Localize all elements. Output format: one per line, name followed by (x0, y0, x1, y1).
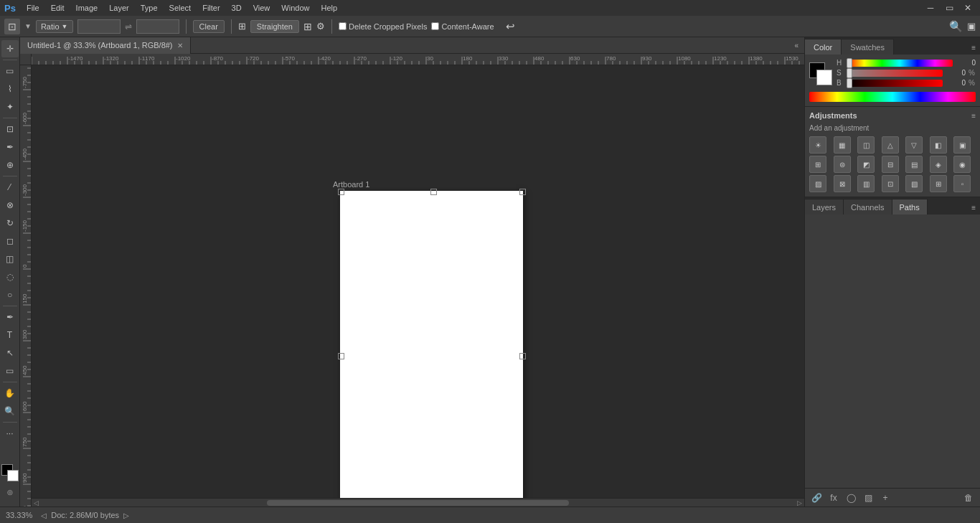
scroll-right-arrow[interactable]: ▷ (795, 499, 804, 506)
menu-view[interactable]: View (248, 2, 275, 14)
brightness-value[interactable]: 0 (946, 79, 966, 87)
straighten-button[interactable]: Straighten (250, 20, 299, 33)
add-mask-btn[interactable]: ◯ (844, 491, 858, 505)
adj-5[interactable]: ▧ (905, 175, 923, 192)
zoom-tool[interactable]: 🔍 (1, 402, 19, 420)
adj-selective[interactable]: ⊠ (834, 175, 851, 192)
hue-value[interactable]: 0 (956, 59, 976, 67)
new-layer-btn[interactable]: + (878, 491, 892, 505)
dodge-tool[interactable]: ○ (1, 286, 19, 303)
settings-icon[interactable]: ⚙ (316, 21, 325, 32)
menu-type[interactable]: Type (136, 2, 163, 14)
tab-swatches[interactable]: Swatches (842, 39, 894, 55)
adj-levels[interactable]: ▦ (834, 136, 851, 154)
more-tools[interactable]: ··· (1, 425, 19, 442)
hue-thumb[interactable] (847, 58, 852, 68)
options-arrow[interactable]: ▼ (24, 22, 32, 30)
document-tab[interactable]: Untitled-1 @ 33.3% (Artboard 1, RGB/8#) … (20, 37, 191, 54)
magic-wand-tool[interactable]: ✦ (1, 98, 19, 116)
color-panel-menu[interactable]: ≡ (967, 41, 980, 55)
width-input[interactable] (77, 19, 121, 34)
brightness-track[interactable] (847, 80, 943, 87)
delete-layer-btn[interactable]: 🗑 (961, 491, 976, 505)
tab-color[interactable]: Color (805, 39, 842, 55)
adj-curves[interactable]: ◫ (857, 136, 875, 154)
adj-posterize[interactable]: ◈ (930, 156, 947, 173)
menu-select[interactable]: Select (164, 2, 197, 14)
move-tool[interactable]: ✛ (1, 40, 19, 57)
status-next[interactable]: ▷ (123, 512, 129, 519)
adj-invert[interactable]: ▤ (905, 156, 923, 173)
minimize-button[interactable]: ─ (923, 0, 938, 16)
menu-window[interactable]: Window (276, 2, 314, 14)
adj-exposure[interactable]: △ (882, 136, 899, 154)
close-button[interactable]: ✕ (960, 0, 976, 16)
ratio-dropdown[interactable]: Ratio ▼ (36, 20, 73, 33)
hscrollbar[interactable]: ◁ ▷ (32, 498, 804, 506)
quick-mask-tool[interactable]: ◎ (1, 484, 19, 501)
panels-collapse[interactable]: « (788, 42, 804, 50)
brightness-thumb[interactable] (847, 78, 852, 88)
layers-panel-menu[interactable]: ≡ (967, 201, 980, 215)
status-prev[interactable]: ◁ (41, 512, 47, 519)
menu-edit[interactable]: Edit (46, 2, 70, 14)
foreground-background-swatches[interactable] (1, 464, 19, 481)
adjustments-menu[interactable]: ≡ (971, 112, 976, 120)
scroll-left-arrow[interactable]: ◁ (32, 499, 41, 506)
eyedropper-tool[interactable]: ✒ (1, 138, 19, 156)
adj-bw[interactable]: ⊞ (809, 156, 826, 173)
tab-paths[interactable]: Paths (892, 199, 928, 215)
menu-image[interactable]: Image (71, 2, 103, 14)
new-group-btn[interactable]: ▨ (861, 491, 875, 505)
adj-7[interactable]: ▫ (953, 175, 971, 192)
selection-tool[interactable]: ▭ (1, 62, 19, 80)
handle-tr[interactable] (519, 189, 526, 195)
link-layers-btn[interactable]: 🔗 (809, 491, 824, 505)
handle-tl[interactable] (338, 189, 344, 195)
saturation-track[interactable] (847, 70, 943, 77)
height-input[interactable] (136, 19, 179, 34)
spectrum-bar[interactable] (809, 92, 976, 102)
type-tool[interactable]: T (1, 326, 19, 344)
clear-button[interactable]: Clear (193, 20, 225, 33)
adj-colorbalance[interactable]: ▣ (953, 136, 971, 154)
maximize-button[interactable]: ▭ (941, 0, 957, 16)
delete-cropped-checkbox[interactable]: Delete Cropped Pixels (339, 22, 427, 31)
adj-4[interactable]: ⊡ (882, 175, 899, 192)
menu-filter[interactable]: Filter (197, 2, 225, 14)
eraser-tool[interactable]: ◻ (1, 232, 19, 250)
add-style-btn[interactable]: fx (826, 491, 841, 505)
adj-3[interactable]: ▥ (857, 175, 875, 192)
adj-threshold[interactable]: ◉ (953, 156, 971, 173)
saturation-thumb[interactable] (847, 68, 852, 78)
adj-colorlookup[interactable]: ⊟ (882, 156, 899, 173)
path-select-tool[interactable]: ↖ (1, 344, 19, 362)
hscroll-thumb[interactable] (267, 500, 568, 506)
hue-track[interactable] (847, 60, 953, 67)
lasso-tool[interactable]: ⌇ (1, 80, 19, 98)
background-swatch[interactable] (816, 70, 832, 85)
canvas-area[interactable]: Artboard 1 ◁ ▷ (20, 54, 804, 506)
hscroll-track[interactable] (41, 500, 795, 506)
gradient-tool[interactable]: ◫ (1, 250, 19, 268)
adj-channelmixer[interactable]: ◩ (857, 156, 875, 173)
menu-layer[interactable]: Layer (104, 2, 134, 14)
blur-tool[interactable]: ◌ (1, 268, 19, 286)
crop-tool-options[interactable]: ⊡ (4, 19, 20, 34)
fg-bg-swatches[interactable] (809, 62, 832, 85)
adj-hsl[interactable]: ◧ (930, 136, 947, 154)
undo-icon[interactable]: ↩ (506, 20, 515, 33)
clone-tool[interactable]: ⊗ (1, 197, 19, 214)
adj-brightness[interactable]: ☀ (809, 136, 826, 154)
hand-tool[interactable]: ✋ (1, 385, 19, 402)
pen-tool[interactable]: ✒ (1, 308, 19, 326)
saturation-value[interactable]: 0 (946, 69, 966, 77)
healing-tool[interactable]: ⊕ (1, 156, 19, 174)
shape-tool[interactable]: ▭ (1, 362, 19, 380)
menu-3d[interactable]: 3D (227, 2, 247, 14)
handle-tm[interactable] (430, 189, 437, 195)
tab-channels[interactable]: Channels (844, 199, 892, 215)
search-icon[interactable]: 🔍 (949, 20, 963, 33)
handle-ml[interactable] (338, 353, 344, 359)
menu-help[interactable]: Help (316, 2, 342, 14)
